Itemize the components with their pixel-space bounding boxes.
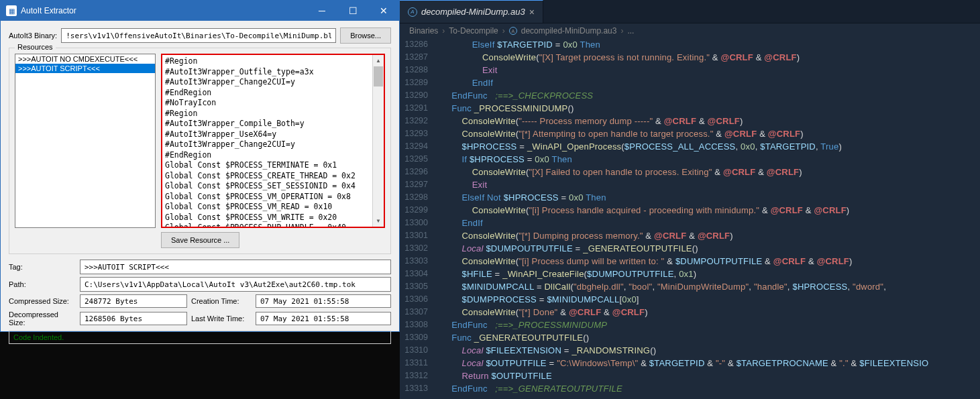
code-content: Local $OUTPUTFILE = "C:\Windows\Temp\" &… — [441, 357, 980, 369]
scroll-up-arrow[interactable]: ▲ — [373, 55, 384, 66]
code-line[interactable]: 13308 EndFunc ;==>_PROCESSMINIDUMP — [400, 319, 980, 331]
line-number: 13311 — [400, 357, 441, 369]
line-number: 13298 — [400, 191, 441, 204]
tab-close-icon[interactable]: × — [529, 7, 535, 17]
code-line[interactable]: 13300 EndIf — [400, 217, 980, 229]
line-number: 13307 — [400, 306, 441, 319]
creation-time-field[interactable] — [256, 294, 391, 308]
line-number: 13310 — [400, 344, 441, 357]
path-field[interactable] — [80, 277, 391, 292]
maximize-button[interactable]: ☐ — [337, 1, 368, 21]
code-content: ConsoleWrite("[*] Attempting to open han… — [441, 127, 980, 140]
save-resource-button[interactable]: Save Resource ... — [161, 232, 239, 248]
line-number: 13296 — [400, 166, 441, 178]
line-number: 13289 — [400, 76, 441, 89]
code-line[interactable]: 13306 $DUMPPROCESS = $MINIDUMPCALL[0x0] — [400, 293, 980, 306]
line-number: 13291 — [400, 102, 441, 115]
line-number: 13290 — [400, 89, 441, 102]
code-line[interactable]: 13307 ConsoleWrite("[*] Done" & @CRLF & … — [400, 306, 980, 319]
tab-decompiled-minidump[interactable]: A decompiled-MiniDump.au3 × — [400, 0, 543, 23]
vscode-editor: A decompiled-MiniDump.au3 × Binaries › T… — [400, 0, 980, 399]
code-line[interactable]: 13295 If $HPROCESS = 0x0 Then — [400, 153, 980, 166]
code-line[interactable]: 13288 Exit — [400, 64, 980, 76]
script-textarea[interactable]: #Region #AutoIt3Wrapper_Outfile_type=a3x… — [161, 54, 385, 228]
vertical-scrollbar[interactable]: ▲ ▼ — [372, 55, 384, 227]
code-line[interactable]: 13299 ConsoleWrite("[i] Process handle a… — [400, 204, 980, 217]
code-line[interactable]: 13297 Exit — [400, 178, 980, 191]
code-line[interactable]: 13296 ConsoleWrite("[X] Failed to open h… — [400, 166, 980, 178]
line-number: 13313 — [400, 382, 441, 395]
line-number: 13305 — [400, 280, 441, 293]
breadcrumb-separator: › — [442, 26, 445, 36]
code-line[interactable]: 13311 Local $OUTPUTFILE = "C:\Windows\Te… — [400, 357, 980, 369]
line-number: 13297 — [400, 178, 441, 191]
decompressed-label: Decompressed Size: — [9, 310, 76, 327]
compressed-size-field[interactable] — [80, 294, 187, 308]
code-line[interactable]: 13292 ConsoleWrite("----- Process memory… — [400, 115, 980, 127]
code-content: ConsoleWrite("[*] Dumping process memory… — [441, 229, 980, 242]
line-number: 13309 — [400, 331, 441, 344]
binary-path-input[interactable] — [61, 28, 336, 43]
decompressed-size-field[interactable] — [80, 312, 187, 325]
code-line[interactable]: 13309 Func _GENERATEOUTPUTFILE() — [400, 331, 980, 344]
line-number: 13293 — [400, 127, 441, 140]
lastwrite-label: Last Write Time: — [191, 315, 252, 323]
resources-listbox[interactable]: >>>AUTOIT NO CMDEXECUTE<<<>>>AUTOIT SCRI… — [15, 54, 156, 228]
line-number: 13303 — [400, 255, 441, 268]
breadcrumb[interactable]: Binaries › To-Decompile › A decompiled-M… — [400, 23, 980, 38]
code-content: Local $DUMPOUTPUTFILE = _GENERATEOUTPUTF… — [441, 242, 980, 255]
scroll-thumb[interactable] — [374, 66, 383, 87]
code-content: EndFunc ;==>_CHECKPROCESS — [441, 89, 980, 102]
code-content: ConsoleWrite("[*] Done" & @CRLF & @CRLF) — [441, 306, 980, 319]
tab-bar: A decompiled-MiniDump.au3 × — [400, 0, 980, 23]
list-item[interactable]: >>>AUTOIT NO CMDEXECUTE<<< — [15, 54, 155, 64]
tag-field[interactable] — [80, 260, 391, 274]
script-content[interactable]: #Region #AutoIt3Wrapper_Outfile_type=a3x… — [162, 55, 384, 227]
browse-button[interactable]: Browse... — [340, 27, 391, 44]
code-editor[interactable]: 13286 ElseIf $TARGETPID = 0x0 Then13287 … — [400, 38, 980, 395]
code-line[interactable]: 13301 ConsoleWrite("[*] Dumping process … — [400, 229, 980, 242]
line-number: 13299 — [400, 204, 441, 217]
code-line[interactable]: 13310 Local $FILEEXTENSION = _RANDOMSTRI… — [400, 344, 980, 357]
code-content: Func _PROCESSMINIDUMP() — [441, 102, 980, 115]
list-item[interactable]: >>>AUTOIT SCRIPT<<< — [15, 64, 155, 73]
breadcrumb-item[interactable]: ... — [627, 26, 634, 36]
code-line[interactable]: 13304 $HFILE = _WinAPI_CreateFile($DUMPO… — [400, 268, 980, 280]
close-button[interactable]: ✕ — [368, 1, 399, 21]
code-line[interactable]: 13298 ElseIf Not $HPROCESS = 0x0 Then — [400, 191, 980, 204]
breadcrumb-item[interactable]: Binaries — [409, 26, 438, 36]
line-number: 13295 — [400, 153, 441, 166]
titlebar[interactable]: ▦ AutoIt Extractor ─ ☐ ✕ — [1, 1, 399, 21]
code-content: ElseIf Not $HPROCESS = 0x0 Then — [441, 191, 980, 204]
code-content: EndFunc ;==>_PROCESSMINIDUMP — [441, 319, 980, 331]
lastwrite-time-field[interactable] — [256, 312, 391, 325]
code-line[interactable]: 13313 EndFunc ;==>_GENERATEOUTPUTFILE — [400, 382, 980, 395]
code-content: Exit — [441, 64, 980, 76]
code-line[interactable]: 13312 Return $OUTPUTFILE — [400, 369, 980, 382]
code-content: ConsoleWrite("[X] Target process is not … — [441, 51, 980, 64]
line-number: 13312 — [400, 369, 441, 382]
breadcrumb-item[interactable]: To-Decompile — [449, 26, 498, 36]
resources-legend: Resources — [15, 43, 56, 51]
code-line[interactable]: 13286 ElseIf $TARGETPID = 0x0 Then — [400, 38, 980, 51]
line-number: 13302 — [400, 242, 441, 255]
code-line[interactable]: 13294 $HPROCESS = _WinAPI_OpenProcess($P… — [400, 140, 980, 153]
code-content: ElseIf $TARGETPID = 0x0 Then — [441, 38, 980, 51]
minimize-button[interactable]: ─ — [307, 1, 337, 21]
status-text: Code Indented. — [9, 331, 391, 344]
breadcrumb-separator: › — [620, 26, 623, 36]
line-number: 13294 — [400, 140, 441, 153]
code-line[interactable]: 13302 Local $DUMPOUTPUTFILE = _GENERATEO… — [400, 242, 980, 255]
code-line[interactable]: 13303 ConsoleWrite("[i] Process dump wil… — [400, 255, 980, 268]
breadcrumb-item[interactable]: decompiled-MiniDump.au3 — [521, 26, 617, 36]
creation-label: Creation Time: — [191, 297, 252, 305]
code-line[interactable]: 13289 EndIf — [400, 76, 980, 89]
scroll-down-arrow[interactable]: ▼ — [373, 215, 384, 227]
code-content: Local $FILEEXTENSION = _RANDOMSTRING() — [441, 344, 980, 357]
code-line[interactable]: 13293 ConsoleWrite("[*] Attempting to op… — [400, 127, 980, 140]
code-line[interactable]: 13305 $MINIDUMPCALL = DllCall("dbghelp.d… — [400, 280, 980, 293]
code-line[interactable]: 13287 ConsoleWrite("[X] Target process i… — [400, 51, 980, 64]
code-line[interactable]: 13291 Func _PROCESSMINIDUMP() — [400, 102, 980, 115]
line-number: 13308 — [400, 319, 441, 331]
code-line[interactable]: 13290 EndFunc ;==>_CHECKPROCESS — [400, 89, 980, 102]
